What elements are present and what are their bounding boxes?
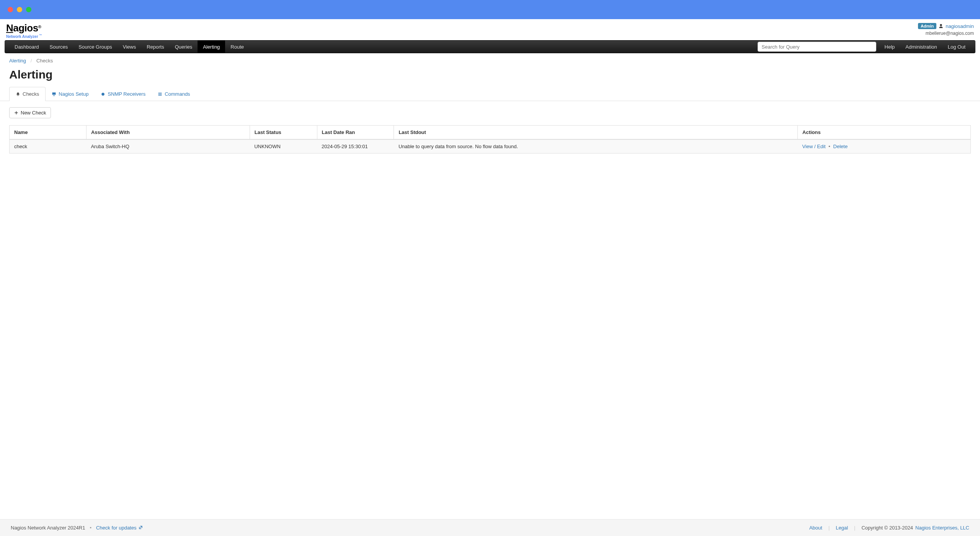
nav-route[interactable]: Route <box>225 41 249 53</box>
th-actions: Actions <box>798 126 971 140</box>
user-icon <box>939 24 943 28</box>
nav-help[interactable]: Help <box>879 41 900 53</box>
tab-bar: Checks Nagios Setup SNMP Receivers Comma… <box>0 87 980 101</box>
cell-last-date-ran: 2024-05-29 15:30:01 <box>317 139 394 154</box>
external-link-icon <box>139 525 143 529</box>
nav-reports[interactable]: Reports <box>141 41 170 53</box>
nav-views[interactable]: Views <box>118 41 141 53</box>
breadcrumb: Alerting / Checks <box>0 53 980 67</box>
footer-legal[interactable]: Legal <box>836 525 848 531</box>
svg-point-0 <box>102 93 105 96</box>
cell-last-status: UNKNOWN <box>250 139 317 154</box>
circle-icon <box>101 92 105 96</box>
checks-table: Name Associated With Last Status Last Da… <box>9 125 971 154</box>
footer-sep-2: | <box>854 525 855 531</box>
nav-source-groups[interactable]: Source Groups <box>73 41 117 53</box>
th-associated-with: Associated With <box>86 126 250 140</box>
footer-about[interactable]: About <box>809 525 822 531</box>
cell-last-stdout: Unable to query data from source. No flo… <box>394 139 798 154</box>
tab-checks[interactable]: Checks <box>9 87 46 101</box>
search-input[interactable] <box>758 42 876 52</box>
cell-actions: View / Edit • Delete <box>798 139 971 154</box>
logo-subtitle: Network Analyzer ™ <box>6 34 42 39</box>
minimize-window-button[interactable] <box>17 7 22 12</box>
tab-checks-label: Checks <box>23 91 39 97</box>
th-name: Name <box>10 126 87 140</box>
app-header: Nagios® Network Analyzer ™ Admin nagiosa… <box>0 19 980 40</box>
footer-product: Nagios Network Analyzer 2024R1 <box>11 525 85 531</box>
breadcrumb-checks: Checks <box>36 58 53 64</box>
footer-dot: • <box>90 525 91 531</box>
action-separator: • <box>828 144 830 149</box>
th-last-stdout: Last Stdout <box>394 126 798 140</box>
delete-link[interactable]: Delete <box>833 144 848 149</box>
list-icon <box>158 92 162 96</box>
logo[interactable]: Nagios® Network Analyzer ™ <box>6 23 42 39</box>
content-area: New Check Name Associated With Last Stat… <box>0 101 980 519</box>
cell-associated-with: Aruba Switch-HQ <box>86 139 250 154</box>
table-row: check Aruba Switch-HQ UNKNOWN 2024-05-29… <box>10 139 971 154</box>
th-last-status: Last Status <box>250 126 317 140</box>
username-link[interactable]: nagiosadmin <box>946 23 974 29</box>
nav-search <box>758 42 876 52</box>
cell-name: check <box>10 139 87 154</box>
footer-sep-1: | <box>828 525 830 531</box>
admin-badge: Admin <box>918 23 936 29</box>
nav-alerting[interactable]: Alerting <box>198 41 225 53</box>
maximize-window-button[interactable] <box>26 7 31 12</box>
nav-dashboard[interactable]: Dashboard <box>9 41 44 53</box>
nav-queries[interactable]: Queries <box>170 41 198 53</box>
desktop-icon <box>52 92 56 96</box>
nav-logout[interactable]: Log Out <box>942 41 971 53</box>
footer: Nagios Network Analyzer 2024R1 • Check f… <box>0 519 980 536</box>
plus-icon <box>14 111 18 115</box>
check-updates-link[interactable]: Check for updates <box>96 525 143 531</box>
view-edit-link[interactable]: View / Edit <box>802 144 826 149</box>
bell-icon <box>16 92 20 96</box>
page-title: Alerting <box>0 67 980 87</box>
nav-administration[interactable]: Administration <box>900 41 942 53</box>
nav-sources[interactable]: Sources <box>44 41 74 53</box>
close-window-button[interactable] <box>8 7 13 12</box>
breadcrumb-separator: / <box>31 58 32 64</box>
tab-snmp-receivers[interactable]: SNMP Receivers <box>95 87 152 101</box>
tab-commands-label: Commands <box>165 91 190 97</box>
main-nav: Dashboard Sources Source Groups Views Re… <box>5 40 975 53</box>
footer-copyright: Copyright © 2013-2024 <box>861 525 913 531</box>
window-title-bar <box>0 0 980 19</box>
tab-nagios-setup[interactable]: Nagios Setup <box>46 87 95 101</box>
tab-nagios-setup-label: Nagios Setup <box>59 91 88 97</box>
logo-main: Nagios® <box>6 23 42 33</box>
new-check-label: New Check <box>21 110 46 116</box>
tab-snmp-receivers-label: SNMP Receivers <box>108 91 145 97</box>
user-email: mbellerue@nagios.com <box>918 31 974 36</box>
th-last-date-ran: Last Date Ran <box>317 126 394 140</box>
breadcrumb-alerting[interactable]: Alerting <box>9 58 26 64</box>
new-check-button[interactable]: New Check <box>9 107 51 118</box>
tab-commands[interactable]: Commands <box>152 87 196 101</box>
footer-company[interactable]: Nagios Enterprises, LLC <box>915 525 969 531</box>
